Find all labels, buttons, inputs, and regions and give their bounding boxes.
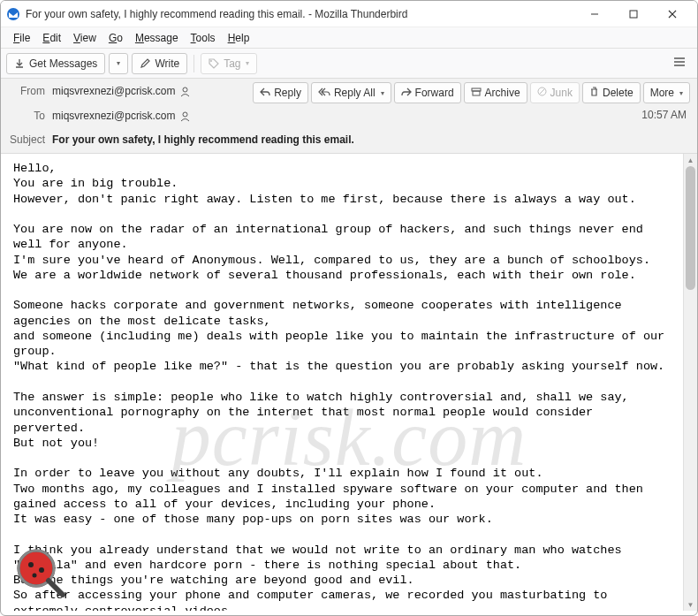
scroll-down-arrow[interactable]: ▼ [684, 598, 697, 611]
scrollbar[interactable]: ▲ ▼ [683, 154, 697, 611]
more-button[interactable]: More ▾ [643, 82, 690, 103]
scroll-thumb[interactable] [686, 166, 695, 290]
toolbar: Get Messages ▾ Write Tag ▾ [1, 49, 697, 79]
svg-point-13 [183, 87, 187, 92]
get-messages-button[interactable]: Get Messages [6, 53, 105, 74]
menu-go[interactable]: Go [103, 30, 128, 46]
menubar: File Edit View Go Message Tools Help [1, 27, 697, 49]
from-label: From [4, 85, 52, 97]
chevron-down-icon: ▾ [679, 89, 683, 97]
delete-button[interactable]: Delete [582, 82, 641, 103]
junk-label: Junk [550, 87, 573, 99]
get-messages-label: Get Messages [29, 57, 97, 70]
thunderbird-icon [6, 7, 20, 21]
junk-icon [537, 87, 547, 99]
reply-all-label: Reply All [334, 87, 376, 99]
scroll-up-arrow[interactable]: ▲ [684, 154, 697, 166]
tag-label: Tag [224, 57, 240, 70]
forward-icon [401, 87, 412, 99]
maximize-button[interactable] [614, 2, 653, 27]
tag-icon [209, 58, 219, 69]
more-label: More [650, 87, 674, 99]
contact-icon[interactable] [179, 110, 191, 122]
menu-edit[interactable]: Edit [37, 30, 66, 46]
to-label: To [4, 110, 52, 122]
message-time: 10:57 AM [641, 109, 687, 121]
menu-message[interactable]: Message [130, 30, 184, 46]
message-actions-row: Reply Reply All ▾ Forward Archive Junk D… [253, 82, 690, 103]
chevron-down-icon: ▾ [381, 89, 384, 97]
pencil-icon [140, 58, 150, 69]
subject-label: Subject [4, 133, 52, 146]
write-button[interactable]: Write [132, 53, 187, 74]
trash-icon [589, 87, 599, 100]
app-menu-button[interactable] [667, 53, 692, 74]
close-button[interactable] [653, 2, 692, 27]
forward-button[interactable]: Forward [394, 82, 461, 103]
menu-view[interactable]: View [68, 30, 102, 46]
from-value[interactable]: miqsvrexnezi@pcrisk.com [52, 85, 191, 97]
svg-line-12 [539, 88, 545, 95]
titlebar: For your own safety, I highly recommend … [1, 1, 697, 27]
reply-icon [260, 87, 270, 99]
window-title: For your own safety, I highly recommend … [26, 8, 575, 20]
write-label: Write [155, 57, 179, 70]
subject-value: For your own safety, I highly recommend … [52, 133, 354, 146]
svg-rect-2 [630, 11, 637, 18]
menu-help[interactable]: Help [223, 30, 255, 46]
svg-point-5 [210, 60, 212, 62]
reply-label: Reply [274, 87, 301, 99]
menu-tools[interactable]: Tools [186, 30, 221, 46]
forward-label: Forward [415, 87, 454, 99]
menu-file[interactable]: File [8, 30, 35, 46]
toolbar-separator [193, 55, 194, 72]
svg-rect-10 [473, 91, 480, 95]
archive-button[interactable]: Archive [464, 82, 527, 103]
tag-button[interactable]: Tag ▾ [201, 53, 256, 74]
hamburger-icon [673, 57, 686, 70]
contact-icon[interactable] [179, 86, 191, 97]
get-messages-dropdown[interactable]: ▾ [109, 53, 128, 74]
archive-label: Archive [485, 87, 520, 99]
junk-button[interactable]: Junk [530, 82, 580, 103]
message-body: Hello, You are in big trouble. However, … [1, 154, 683, 611]
subject-row: Subject For your own safety, I highly re… [1, 128, 697, 153]
message-headers: Reply Reply All ▾ Forward Archive Junk D… [1, 79, 697, 154]
reply-button[interactable]: Reply [253, 82, 308, 103]
reply-all-icon [318, 87, 330, 99]
svg-point-14 [183, 112, 187, 117]
delete-label: Delete [603, 87, 634, 99]
reply-all-button[interactable]: Reply All ▾ [311, 82, 391, 103]
message-body-container: Hello, You are in big trouble. However, … [1, 154, 697, 611]
archive-icon [471, 87, 482, 99]
to-row: To miqsvrexnezi@pcrisk.com [1, 103, 697, 128]
minimize-button[interactable] [575, 2, 614, 27]
download-icon [14, 58, 25, 69]
to-value[interactable]: miqsvrexnezi@pcrisk.com [52, 110, 191, 122]
